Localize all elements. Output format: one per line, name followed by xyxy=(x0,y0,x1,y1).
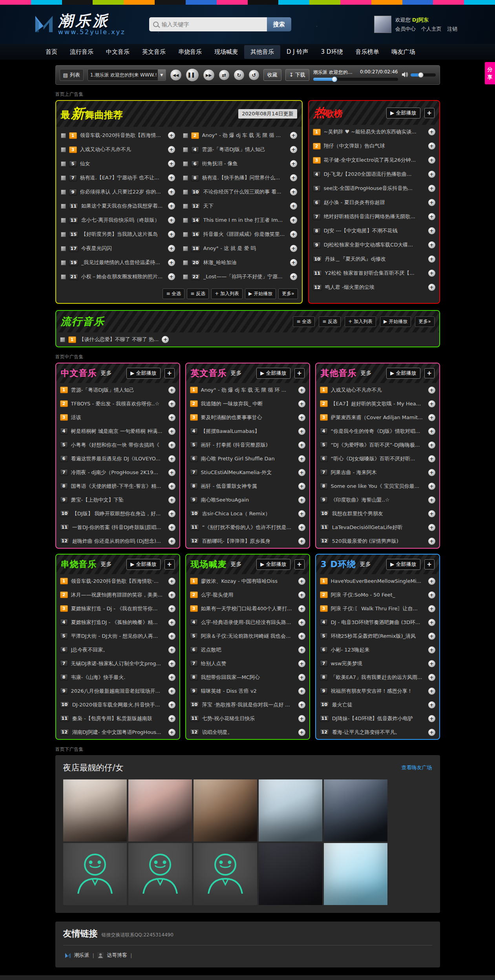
song-title[interactable]: DJ - 电音3D环绕节奏酒吧舞曲 (3D环... xyxy=(331,619,425,626)
add-song-icon[interactable]: + xyxy=(168,496,175,504)
song-title[interactable]: 沐月——祝废怡拥有甜甜的笑容，美美... xyxy=(71,591,165,599)
search-input[interactable] xyxy=(162,21,263,27)
song-checkbox[interactable] xyxy=(61,246,66,251)
logo[interactable]: 潮乐派 www.52yule.xyz xyxy=(34,13,126,35)
friend-link[interactable]: 潮乐派 xyxy=(74,952,90,959)
add-song-icon[interactable]: + xyxy=(298,591,305,599)
song-title[interactable]: TFBOYS - 爱出发 - 我很喜欢你呀你..☆ xyxy=(71,400,165,407)
gallery-more-link[interactable]: 查看嗨友广场 xyxy=(402,764,432,771)
song-title[interactable]: 树是梧桐树 城是南京 一句爱梧桐 种满... xyxy=(71,428,165,435)
song-checkbox[interactable] xyxy=(183,204,188,209)
add-all-button[interactable]: + xyxy=(424,108,435,118)
add-song-icon[interactable]: + xyxy=(168,510,175,517)
song-checkbox[interactable] xyxy=(61,260,66,265)
add-song-icon[interactable]: + xyxy=(298,701,305,708)
play-all-button[interactable]: ▶ 全部播放 xyxy=(386,559,420,570)
song-title[interactable]: 廖效浓、Kozay - 中国有嘻哈Diss xyxy=(201,578,295,585)
add-song-icon[interactable]: + xyxy=(168,660,175,667)
song-title[interactable]: 我想带你回我家—MC阿心 xyxy=(201,674,295,681)
song-checkbox[interactable] xyxy=(61,190,66,195)
add-song-icon[interactable]: + xyxy=(298,455,305,462)
invert-select-button[interactable]: ≡ 反选 xyxy=(187,288,209,299)
song-title[interactable]: HaveYouEverBeenMellowSingleMi... xyxy=(331,578,425,584)
song-title[interactable]: 南心唯 Pretty Girl Shuffle Dan xyxy=(201,455,295,462)
song-checkbox[interactable] xyxy=(183,246,188,251)
song-title[interactable]: 七势-祝小花猪生日快乐 xyxy=(202,715,295,722)
add-song-icon[interactable]: + xyxy=(290,146,297,153)
logout-link[interactable]: 注销 xyxy=(447,26,457,32)
add-song-icon[interactable]: + xyxy=(290,231,297,238)
add-song-icon[interactable]: + xyxy=(298,538,305,545)
song-title[interactable]: 阿浪＆子仪:无论前路坎坷崎岖 我也会... xyxy=(201,633,295,640)
add-song-icon[interactable]: + xyxy=(428,199,435,206)
song-title[interactable]: 么宇-龍头使用 xyxy=(201,591,295,599)
add-song-icon[interactable]: + xyxy=(428,591,435,599)
add-song-icon[interactable]: + xyxy=(290,245,297,252)
add-song-icon[interactable]: + xyxy=(298,510,305,517)
song-title[interactable]: 翔仔（中文弹鼓）告白气球 xyxy=(324,142,425,150)
add-song-icon[interactable]: + xyxy=(290,132,297,139)
next-button[interactable]: ▶▶ xyxy=(203,69,215,81)
song-checkbox[interactable] xyxy=(61,218,66,223)
song-title[interactable]: 平潭DJ大街 - DJ大街 - 想见你的人再... xyxy=(71,633,165,640)
add-song-icon[interactable]: + xyxy=(168,174,175,181)
song-title[interactable]: DJ安 ---【中文电摇】不潮不花钱 xyxy=(324,227,425,234)
add-song-icon[interactable]: + xyxy=(290,160,297,167)
start-play-button[interactable]: ▶ 开始播放 xyxy=(380,316,411,327)
add-song-icon[interactable]: + xyxy=(290,203,297,210)
member-photo[interactable] xyxy=(194,843,257,905)
member-photo[interactable] xyxy=(259,779,322,841)
song-title[interactable]: see沈-全国语ProgHouse音乐抖音热... xyxy=(324,185,425,192)
add-song-icon[interactable]: + xyxy=(428,171,435,178)
song-checkbox[interactable] xyxy=(183,190,188,195)
add-song-icon[interactable]: + xyxy=(428,157,435,164)
song-title[interactable]: LaTevaDecisióllGetaLife好听 xyxy=(332,524,425,531)
add-song-icon[interactable]: + xyxy=(428,674,435,681)
song-checkbox[interactable] xyxy=(183,218,188,223)
song-title[interactable]: 领音车载-2020抖音热歌【西海情歌·... xyxy=(71,578,165,585)
add-song-icon[interactable]: + xyxy=(168,273,175,280)
add-song-icon[interactable]: + xyxy=(298,674,305,681)
add-song-icon[interactable]: + xyxy=(290,217,297,224)
song-title[interactable]: 湖南DJ阿建- 全中文国粤语ProgHous... xyxy=(72,729,165,736)
song-title[interactable]: 看遍这世界最后遇见你 DJ《ILOVEYO... xyxy=(71,455,165,462)
add-song-icon[interactable]: + xyxy=(428,227,435,234)
song-title[interactable]: 【DJ版】 我睁开双眼想你在身边，好... xyxy=(72,510,165,517)
song-title[interactable]: 雲源-「粤语DJ版」情人知己 xyxy=(71,387,165,394)
add-all-button[interactable]: + xyxy=(294,368,305,378)
song-title[interactable]: 最火亡徒 xyxy=(332,701,425,708)
song-checkbox[interactable] xyxy=(61,133,66,138)
song-title[interactable]: 520我最亲爱的 (深情男声版) xyxy=(332,538,425,545)
previous-button[interactable]: ◀◀ xyxy=(170,69,182,81)
progress-knob[interactable] xyxy=(332,77,337,82)
volume-knob[interactable] xyxy=(418,72,424,78)
song-checkbox[interactable] xyxy=(60,337,65,342)
nav-item[interactable]: 3 D环绕 xyxy=(315,45,349,59)
song-title[interactable]: 仙女 xyxy=(80,160,165,167)
add-song-icon[interactable]: + xyxy=(168,469,175,476)
shuffle-button[interactable]: ⇄ xyxy=(219,69,230,80)
add-song-icon[interactable]: + xyxy=(298,387,305,394)
add-song-icon[interactable]: + xyxy=(168,524,175,531)
add-song-icon[interactable]: + xyxy=(298,428,305,435)
song-title[interactable]: 我想在群里找个男朋友 xyxy=(332,510,425,517)
song-checkbox[interactable] xyxy=(183,175,188,181)
song-title[interactable]: 如果这个夏天我在你身边我想穿着... xyxy=(81,203,165,210)
add-song-icon[interactable]: + xyxy=(428,483,435,490)
nav-item[interactable]: 流行音乐 xyxy=(64,45,100,59)
nav-item[interactable]: 音乐榜单 xyxy=(349,45,385,59)
nav-item[interactable]: 英文音乐 xyxy=(136,45,172,59)
add-song-icon[interactable]: + xyxy=(428,496,435,504)
song-title[interactable]: 念小七-离开我你快乐吗（咚鼓版） xyxy=(81,217,165,224)
play-all-button[interactable]: ▶ 全部播放 xyxy=(126,368,160,379)
song-title[interactable]: 入戏又动心不凡亦不凡 xyxy=(331,387,425,394)
pause-button[interactable]: ▌▌ xyxy=(186,68,199,82)
add-song-icon[interactable]: + xyxy=(168,729,175,736)
song-title[interactable]: 萧宝-【上劲中文】下坠 xyxy=(71,496,165,504)
add-song-icon[interactable]: + xyxy=(298,715,305,722)
song-title[interactable]: This time I m in the 打王者 Im... xyxy=(203,217,287,224)
add-song-icon[interactable]: + xyxy=(428,142,435,150)
select-all-button[interactable]: ≡ 全选 xyxy=(293,316,315,327)
member-photo[interactable] xyxy=(63,843,127,905)
song-title[interactable]: 「欧美EA7」我有我要赶去的远方风雨... xyxy=(331,674,425,681)
